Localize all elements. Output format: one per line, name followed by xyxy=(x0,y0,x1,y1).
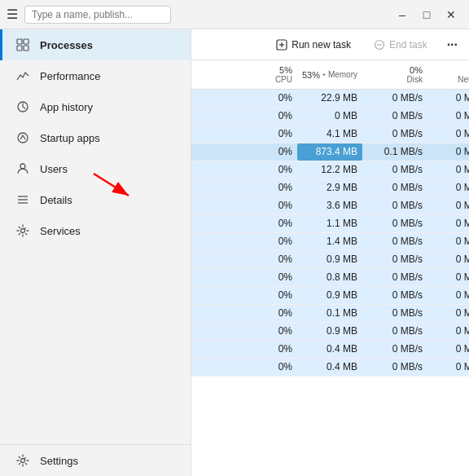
data-cell: 0 MB/s xyxy=(362,269,427,286)
data-cell: 0% xyxy=(232,233,297,250)
data-cell: 0 MB/s xyxy=(362,90,427,107)
cell-empty xyxy=(191,323,232,340)
col-header-network[interactable]: 0% Network xyxy=(427,64,469,86)
col-header-memory[interactable]: 53% Memory xyxy=(297,64,362,86)
table-row[interactable]: 0%0.1 MB0 MB/s0 Mbps xyxy=(191,305,469,323)
sidebar-item-users[interactable]: Users xyxy=(0,153,191,184)
cell-empty xyxy=(191,90,232,107)
table-row[interactable]: 0%3.6 MB0 MB/s0 Mbps xyxy=(191,197,469,215)
data-cell: 0% xyxy=(232,251,297,268)
data-cell: 22.9 MB xyxy=(297,90,362,107)
sidebar-item-performance[interactable]: Performance xyxy=(0,60,191,91)
data-cell: 0% xyxy=(232,341,297,358)
sidebar-item-services[interactable]: Services xyxy=(0,215,191,246)
data-cell: 0 Mbps xyxy=(427,161,469,178)
data-cell: 0% xyxy=(232,179,297,196)
data-cell: 3.6 MB xyxy=(297,197,362,214)
more-options-button[interactable]: ··· xyxy=(442,34,462,55)
sidebar-item-services-label: Services xyxy=(40,225,81,237)
sidebar-item-details[interactable]: Details xyxy=(0,184,191,215)
table-row[interactable]: 0%0.4 MB0 MB/s0 Mbps xyxy=(191,359,469,377)
sidebar-item-app-history[interactable]: App history xyxy=(0,91,191,122)
network-label: Network xyxy=(432,75,469,84)
data-table: 0%22.9 MB0 MB/s0 Mbps0%0 MB0 MB/s0 Mbps0… xyxy=(191,90,469,476)
table-row[interactable]: 0%873.4 MB0.1 MB/s0 Mbps xyxy=(191,143,469,161)
table-row[interactable]: 0%0.8 MB0 MB/s0 Mbps xyxy=(191,269,469,287)
title-bar-left: ☰ xyxy=(7,6,171,24)
svg-marker-19 xyxy=(322,73,326,75)
details-icon xyxy=(15,192,30,207)
table-row[interactable]: 0%22.9 MB0 MB/s0 Mbps xyxy=(191,90,469,108)
table-row[interactable]: 0%0.4 MB0 MB/s0 Mbps xyxy=(191,341,469,359)
app-history-icon xyxy=(15,99,30,114)
data-cell: 0 MB/s xyxy=(362,179,427,196)
end-task-button[interactable]: End task xyxy=(366,36,436,54)
memory-percent: 53% xyxy=(302,70,320,80)
processes-icon xyxy=(15,37,30,52)
data-cell: 0.4 MB xyxy=(297,359,362,376)
data-cell: 0 Mbps xyxy=(427,143,469,161)
data-cell: 0 Mbps xyxy=(427,287,469,304)
sidebar: Processes Performance App history xyxy=(0,29,191,476)
sidebar-item-processes[interactable]: Processes xyxy=(0,29,191,60)
data-cell: 0% xyxy=(232,287,297,304)
cell-empty xyxy=(191,197,232,214)
maximize-button[interactable]: □ xyxy=(415,5,438,24)
table-row[interactable]: 0%12.2 MB0 MB/s0 Mbps xyxy=(191,161,469,179)
sidebar-item-startup-apps-label: Startup apps xyxy=(40,132,100,144)
data-cell: 0 Mbps xyxy=(427,108,469,125)
startup-apps-icon xyxy=(15,130,30,145)
data-cell: 0 Mbps xyxy=(427,126,469,143)
data-cell: 0.9 MB xyxy=(297,287,362,304)
data-cell: 0 Mbps xyxy=(427,305,469,322)
data-cell: 0% xyxy=(232,126,297,143)
sidebar-item-settings[interactable]: Settings xyxy=(0,445,191,476)
cell-empty xyxy=(191,269,232,286)
data-cell: 0.9 MB xyxy=(297,323,362,340)
data-cell: 0% xyxy=(232,90,297,107)
cpu-percent: 5% xyxy=(279,65,292,75)
data-cell: 0% xyxy=(232,323,297,340)
table-row[interactable]: 0%0.9 MB0 MB/s0 Mbps xyxy=(191,287,469,305)
data-cell: 0% xyxy=(232,305,297,322)
data-cell: 0 MB/s xyxy=(362,305,427,322)
svg-rect-4 xyxy=(17,46,22,51)
toolbar: Run new task End task ··· xyxy=(191,29,469,60)
data-cell: 0 Mbps xyxy=(427,323,469,340)
cell-empty xyxy=(191,179,232,196)
hamburger-icon[interactable]: ☰ xyxy=(7,7,18,22)
main-container: Processes Performance App history xyxy=(0,29,469,476)
table-row[interactable]: 0%2.9 MB0 MB/s0 Mbps xyxy=(191,179,469,197)
col-header-cpu[interactable]: 5% CPU xyxy=(232,64,297,86)
sidebar-item-app-history-label: App history xyxy=(40,101,93,113)
cell-empty xyxy=(191,287,232,304)
data-cell: 873.4 MB xyxy=(297,143,362,161)
title-bar: ☰ – □ ✕ xyxy=(0,0,469,29)
col-header-empty xyxy=(191,64,232,86)
cell-empty xyxy=(191,215,232,232)
col-header-disk[interactable]: 0% Disk xyxy=(362,64,427,86)
data-cell: 0 Mbps xyxy=(427,251,469,268)
expand-icon xyxy=(322,71,327,79)
svg-rect-3 xyxy=(24,39,28,44)
column-headers: 5% CPU 53% Memory 0% Disk 0% Network xyxy=(191,60,469,90)
run-task-button[interactable]: Run new task xyxy=(268,36,359,54)
cell-empty xyxy=(191,305,232,322)
sidebar-item-settings-label: Settings xyxy=(40,455,78,467)
minimize-button[interactable]: – xyxy=(391,5,414,24)
data-cell: 0% xyxy=(232,269,297,286)
table-row[interactable]: 0%4.1 MB0 MB/s0 Mbps xyxy=(191,126,469,143)
table-row[interactable]: 0%0.9 MB0 MB/s0 Mbps xyxy=(191,323,469,341)
table-row[interactable]: 0%0 MB0 MB/s0 Mbps xyxy=(191,108,469,126)
disk-percent: 0% xyxy=(410,65,423,75)
table-row[interactable]: 0%1.4 MB0 MB/s0 Mbps xyxy=(191,233,469,251)
close-button[interactable]: ✕ xyxy=(440,5,462,24)
data-cell: 0 MB/s xyxy=(362,287,427,304)
search-input[interactable] xyxy=(24,6,171,24)
data-cell: 0.1 MB xyxy=(297,305,362,322)
table-row[interactable]: 0%1.1 MB0 MB/s0 Mbps xyxy=(191,215,469,233)
run-task-icon xyxy=(276,39,287,51)
table-row[interactable]: 0%0.9 MB0 MB/s0 Mbps xyxy=(191,251,469,269)
sidebar-item-startup-apps[interactable]: Startup apps xyxy=(0,122,191,153)
sidebar-item-users-label: Users xyxy=(40,163,68,175)
